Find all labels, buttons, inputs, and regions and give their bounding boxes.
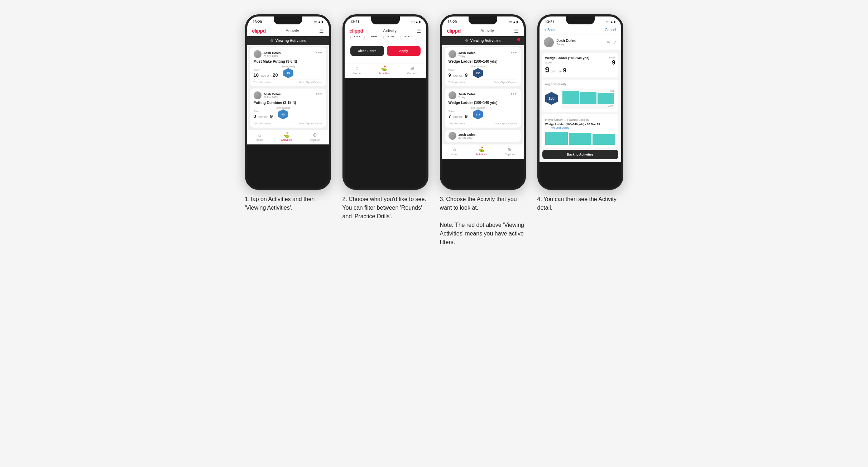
session-sub: →← Avg Shot Quality <box>545 127 615 129</box>
phone-4-detail-header: Josh Coles Today ✏ ⤢ <box>539 34 621 51</box>
chip-ott[interactable]: OTT <box>350 36 365 40</box>
back-activities-button[interactable]: Back to Activities <box>542 150 618 159</box>
p3-card-1-avatar <box>449 50 456 58</box>
tab-home-3[interactable]: ⌂ Home <box>451 146 458 156</box>
phone-1-nav-title: Activity <box>286 28 299 33</box>
p3-card-2-header: Josh Coles Today ••• <box>449 91 517 99</box>
tab-activities[interactable]: ⛳ Activities <box>281 132 292 142</box>
p3-card-1-dots[interactable]: ••• <box>511 50 517 55</box>
phone-1-banner[interactable]: ⚙ Viewing Activities <box>247 36 329 45</box>
card-1-user: Josh Coles 28 Feb 2023 <box>254 50 281 58</box>
tab-capture[interactable]: ⊕ Capture <box>310 132 320 142</box>
card-1-date: 28 Feb 2023 <box>264 55 281 57</box>
phone-3-nav-title: Activity <box>480 28 494 33</box>
chip-putt[interactable]: PUTT <box>401 36 417 40</box>
detail-user-info: Josh Coles Today <box>557 39 576 46</box>
detail-avatar <box>544 37 554 47</box>
card-2-footer: Test Information Data: Clippd Capture <box>254 121 322 125</box>
back-button[interactable]: < Back <box>545 28 556 32</box>
expand-icon[interactable]: ⤢ <box>613 40 617 45</box>
card-2-hex: 45 <box>278 109 288 119</box>
filter-icon: ⚙ <box>270 39 273 43</box>
chip-app[interactable]: APP <box>367 36 382 40</box>
p3-card-1-footer: Test Information Data: Clippd Capture <box>449 80 517 84</box>
phone-3-frame: 13:20 ▪▪▪ ▴ ▮ clippd Activity ☰ ⚙ Viewin… <box>440 14 526 190</box>
caption-2: 2. Choose what you'd like to see. You ca… <box>342 195 428 221</box>
session-chart <box>545 130 615 145</box>
phone-3-app-nav: clippd Activity ☰ <box>442 26 524 36</box>
detail-quality-card: Avg Shot Quality 130 130 100 50 0 <box>542 80 618 112</box>
phone-3-banner[interactable]: ⚙ Viewing Activities <box>442 36 524 45</box>
phone-1-col: 13:20 ▪▪▪ ▴ ▮ clippd Activity ☰ ⚙ Viewin… <box>245 14 331 212</box>
activities-icon: ⛳ <box>283 132 289 138</box>
card-2-shot-quality: Shot Quality 45 <box>276 106 290 119</box>
wifi-icon-3: ▴ <box>513 20 515 24</box>
phone-3-screen: ⚙ Viewing Activities Josh Coles Today <box>442 36 524 144</box>
card-2-name: Josh Coles <box>264 92 281 96</box>
signal-icon-2: ▪▪▪ <box>411 20 415 24</box>
phone-4-detail-nav: < Back Cancel <box>539 26 621 34</box>
p3-card-1-stats: Score 9 OUT OF 9 Shot Quality 130 <box>449 65 517 78</box>
home-icon-3: ⌂ <box>453 146 456 152</box>
battery-icon: ▮ <box>321 20 323 24</box>
p3-card-2-user-info: Josh Coles Today <box>459 92 476 99</box>
session-bar-3 <box>593 134 615 145</box>
phone-2-notch <box>371 16 400 24</box>
p3-card-2-hex-block: Shot Quality 118 <box>471 106 485 119</box>
phone-2-logo: clippd <box>350 28 363 34</box>
p3-card-2-dots[interactable]: ••• <box>511 91 517 96</box>
phone-1-time: 13:20 <box>253 20 262 24</box>
phone-3-card-1[interactable]: Josh Coles Today ••• Wedge Ladder (100–1… <box>445 47 521 86</box>
wifi-icon-2: ▴ <box>416 20 418 24</box>
tab-capture-2[interactable]: ⊕ Capture <box>407 65 417 75</box>
activities-icon-2: ⛳ <box>381 65 387 71</box>
card-1-header: Josh Coles 28 Feb 2023 ••• <box>254 50 322 58</box>
signal-icon-4: ▪▪▪ <box>606 20 610 24</box>
caption-4: 4. You can then see the Activity detail. <box>537 195 623 212</box>
tab-home-2[interactable]: ⌂ Home <box>353 65 361 75</box>
phone-3-time: 13:20 <box>448 20 457 24</box>
phone-2-menu-icon[interactable]: ☰ <box>417 28 421 34</box>
card-2-header: Josh Coles 28 Feb 2023 ••• <box>254 91 322 99</box>
tab-capture-3[interactable]: ⊕ Capture <box>505 146 515 156</box>
capture-icon-3: ⊕ <box>508 146 512 152</box>
phone-1-notch <box>274 16 302 24</box>
filter-modal: Filter ✕ Show Rounds Practice Drills Pra… <box>345 36 426 63</box>
p3-card-2-footer: Test Information Data: Clippd Capture <box>449 121 517 125</box>
filter-chips: OTT APP ARG PUTT <box>350 36 421 40</box>
cancel-button[interactable]: Cancel <box>605 28 616 32</box>
clear-filters-button[interactable]: Clear Filters <box>350 46 384 56</box>
tab-activities-2[interactable]: ⛳ Activities <box>378 65 390 75</box>
tab-activities-3[interactable]: ⛳ Activities <box>476 146 487 156</box>
phone-2-tab-bar: ⌂ Home ⛳ Activities ⊕ Capture <box>345 63 426 78</box>
battery-icon-3: ▮ <box>516 20 518 24</box>
phone-2-screen: ⚙ Viewing Activities Josh Coles <box>345 36 426 63</box>
card-2-user-info: Josh Coles 28 Feb 2023 <box>264 92 281 99</box>
card-1-title: Must Make Putting (3-6 ft) <box>254 59 322 63</box>
apply-button[interactable]: Apply <box>387 46 421 56</box>
phone-3-menu-icon[interactable]: ☰ <box>514 28 519 34</box>
phone-1-tab-bar: ⌂ Home ⛳ Activities ⊕ Capture <box>247 130 329 144</box>
chip-arg[interactable]: ARG <box>383 36 398 40</box>
phone-2-frame: 13:21 ▪▪▪ ▴ ▮ clippd Activity ☰ ⚙ Viewin… <box>342 14 428 190</box>
card-1-footer: Test Information Data: Clippd Capture <box>254 80 322 84</box>
tab-home[interactable]: ⌂ Home <box>256 132 263 142</box>
card-1-dots[interactable]: ••• <box>316 50 322 55</box>
phone-1-menu-icon[interactable]: ☰ <box>319 28 324 34</box>
card-2-dots[interactable]: ••• <box>316 91 322 96</box>
wifi-icon: ▴ <box>318 20 320 24</box>
p3-card-1-hex-block: Shot Quality 130 <box>471 65 485 78</box>
phone-3-card-2[interactable]: Josh Coles Today ••• Wedge Ladder (100–1… <box>445 89 521 128</box>
home-icon-2: ⌂ <box>355 65 358 71</box>
p3-card-2-avatar <box>449 91 456 99</box>
filter-icon-3: ⚙ <box>465 39 468 43</box>
phone-1-status-icons: ▪▪▪ ▴ ▮ <box>314 20 323 24</box>
modal-actions: Clear Filters Apply <box>350 46 421 56</box>
phone-1-card-2[interactable]: Josh Coles 28 Feb 2023 ••• Putting Combi… <box>250 89 326 128</box>
phone-1-card-1[interactable]: Josh Coles 28 Feb 2023 ••• Must Make Put… <box>250 47 326 86</box>
edit-icon[interactable]: ✏ <box>607 40 610 45</box>
card-2-user: Josh Coles 28 Feb 2023 <box>254 91 281 99</box>
phone-1-screen: ⚙ Viewing Activities Josh Coles 28 Feb 2… <box>247 36 329 130</box>
phone-2-app-nav: clippd Activity ☰ <box>345 26 426 36</box>
phone-3-card-3[interactable]: Josh Coles 28 Feb 2023 <box>445 130 521 142</box>
